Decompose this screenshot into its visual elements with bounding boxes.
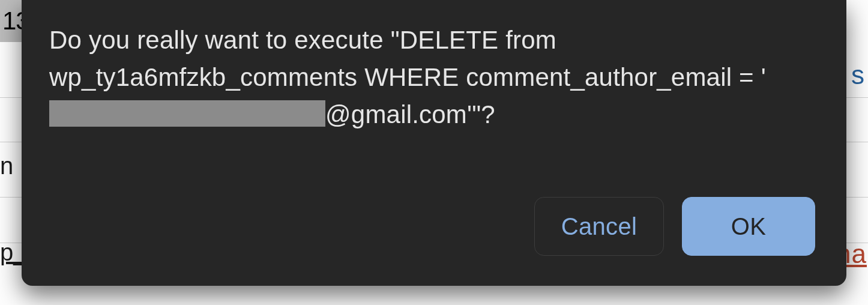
dialog-message-post: @gmail.com'"? [325,100,495,128]
dialog-message-pre: Do you really want to execute "DELETE fr… [49,26,766,91]
bg-clipped-text-right-top: s [851,60,868,90]
bg-clipped-text-left-mid: n [0,152,13,180]
dialog-button-row: Cancel OK [49,197,819,262]
confirm-dialog: Do you really want to execute "DELETE fr… [22,0,846,286]
dialog-message: Do you really want to execute "DELETE fr… [49,22,819,133]
redacted-email-local-part [49,100,325,127]
ok-button[interactable]: OK [682,197,815,256]
cancel-button[interactable]: Cancel [534,197,664,256]
